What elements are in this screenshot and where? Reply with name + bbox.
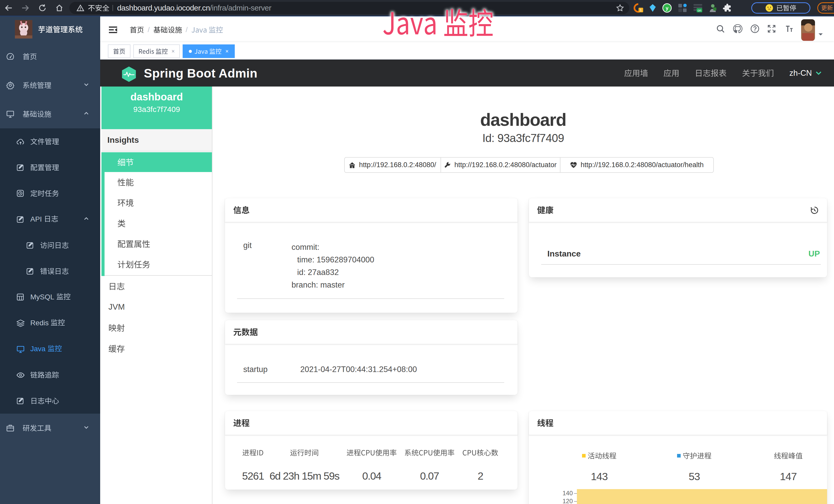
svg-text:on: on [698,8,701,12]
svg-text:1: 1 [640,8,642,12]
svg-text:y: y [666,5,668,11]
